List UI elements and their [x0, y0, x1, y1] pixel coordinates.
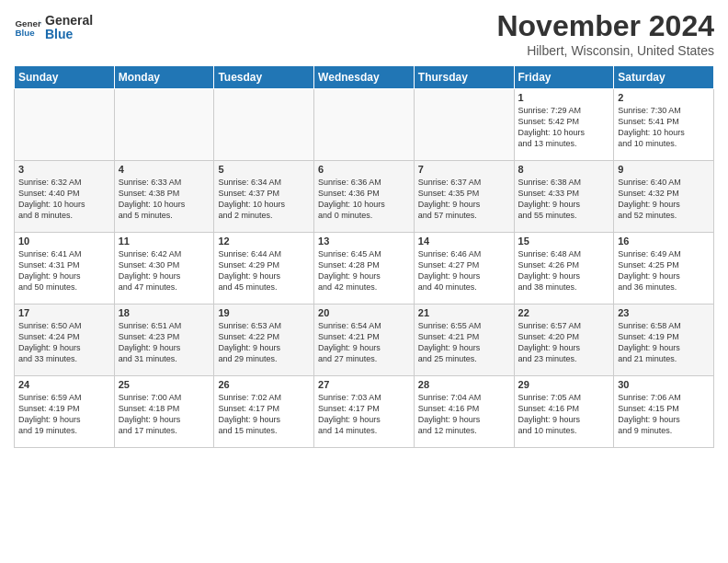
day-number: 4	[119, 164, 210, 175]
calendar-week-row: 17Sunrise: 6:50 AM Sunset: 4:24 PM Dayli…	[15, 304, 714, 376]
day-number: 27	[318, 379, 410, 390]
calendar-week-row: 3Sunrise: 6:32 AM Sunset: 4:40 PM Daylig…	[15, 161, 714, 233]
calendar-cell: 20Sunrise: 6:54 AM Sunset: 4:21 PM Dayli…	[314, 304, 415, 376]
calendar-cell: 11Sunrise: 6:42 AM Sunset: 4:30 PM Dayli…	[114, 233, 214, 304]
header: General Blue General Blue November 2024 …	[14, 9, 714, 58]
day-number: 8	[518, 164, 610, 175]
weekday-header-tuesday: Tuesday	[214, 66, 314, 89]
day-number: 24	[18, 379, 110, 390]
day-info: Sunrise: 7:06 AM Sunset: 4:15 PM Dayligh…	[618, 392, 710, 437]
calendar-cell	[15, 89, 115, 161]
day-info: Sunrise: 7:00 AM Sunset: 4:18 PM Dayligh…	[119, 392, 210, 437]
weekday-header-wednesday: Wednesday	[314, 66, 415, 89]
day-number: 25	[119, 379, 210, 390]
day-info: Sunrise: 6:49 AM Sunset: 4:25 PM Dayligh…	[618, 248, 710, 293]
day-info: Sunrise: 7:05 AM Sunset: 4:16 PM Dayligh…	[518, 392, 610, 437]
calendar-cell: 21Sunrise: 6:55 AM Sunset: 4:21 PM Dayli…	[414, 304, 514, 376]
day-info: Sunrise: 6:51 AM Sunset: 4:23 PM Dayligh…	[119, 320, 210, 365]
weekday-header-friday: Friday	[514, 66, 614, 89]
calendar-cell: 5Sunrise: 6:34 AM Sunset: 4:37 PM Daylig…	[214, 161, 314, 233]
day-number: 3	[18, 164, 110, 175]
calendar-cell	[414, 89, 514, 161]
day-info: Sunrise: 6:57 AM Sunset: 4:20 PM Dayligh…	[518, 320, 610, 365]
calendar-cell: 15Sunrise: 6:48 AM Sunset: 4:26 PM Dayli…	[514, 233, 614, 304]
calendar-cell: 4Sunrise: 6:33 AM Sunset: 4:38 PM Daylig…	[114, 161, 214, 233]
day-info: Sunrise: 6:40 AM Sunset: 4:32 PM Dayligh…	[618, 177, 710, 222]
calendar-cell: 25Sunrise: 7:00 AM Sunset: 4:18 PM Dayli…	[114, 376, 214, 448]
weekday-header-saturday: Saturday	[614, 66, 714, 89]
calendar-cell: 17Sunrise: 6:50 AM Sunset: 4:24 PM Dayli…	[15, 304, 115, 376]
calendar-week-row: 24Sunrise: 6:59 AM Sunset: 4:19 PM Dayli…	[15, 376, 714, 448]
day-info: Sunrise: 6:48 AM Sunset: 4:26 PM Dayligh…	[518, 248, 610, 293]
calendar-cell: 22Sunrise: 6:57 AM Sunset: 4:20 PM Dayli…	[514, 304, 614, 376]
calendar-cell: 30Sunrise: 7:06 AM Sunset: 4:15 PM Dayli…	[614, 376, 714, 448]
calendar-cell: 14Sunrise: 6:46 AM Sunset: 4:27 PM Dayli…	[414, 233, 514, 304]
day-number: 20	[318, 307, 410, 318]
calendar-cell	[214, 89, 314, 161]
day-number: 30	[618, 379, 710, 390]
svg-text:General: General	[16, 18, 42, 29]
day-info: Sunrise: 6:41 AM Sunset: 4:31 PM Dayligh…	[18, 248, 110, 293]
day-info: Sunrise: 6:55 AM Sunset: 4:21 PM Dayligh…	[418, 320, 510, 365]
day-number: 11	[119, 236, 210, 247]
svg-text:Blue: Blue	[16, 28, 36, 38]
day-info: Sunrise: 7:30 AM Sunset: 5:41 PM Dayligh…	[618, 105, 710, 150]
calendar-cell: 28Sunrise: 7:04 AM Sunset: 4:16 PM Dayli…	[414, 376, 514, 448]
logo-text-general: General	[45, 14, 93, 28]
day-number: 28	[418, 379, 510, 390]
day-number: 21	[418, 307, 510, 318]
title-block: November 2024 Hilbert, Wisconsin, United…	[496, 9, 714, 58]
day-info: Sunrise: 6:38 AM Sunset: 4:33 PM Dayligh…	[518, 177, 610, 222]
day-info: Sunrise: 6:45 AM Sunset: 4:28 PM Dayligh…	[318, 248, 410, 293]
day-number: 29	[518, 379, 610, 390]
day-number: 10	[18, 236, 110, 247]
day-info: Sunrise: 6:53 AM Sunset: 4:22 PM Dayligh…	[218, 320, 310, 365]
day-info: Sunrise: 7:04 AM Sunset: 4:16 PM Dayligh…	[418, 392, 510, 437]
calendar-cell: 19Sunrise: 6:53 AM Sunset: 4:22 PM Dayli…	[214, 304, 314, 376]
calendar-week-row: 1Sunrise: 7:29 AM Sunset: 5:42 PM Daylig…	[15, 89, 714, 161]
calendar-cell: 23Sunrise: 6:58 AM Sunset: 4:19 PM Dayli…	[614, 304, 714, 376]
day-info: Sunrise: 7:29 AM Sunset: 5:42 PM Dayligh…	[518, 105, 610, 150]
calendar-cell: 6Sunrise: 6:36 AM Sunset: 4:36 PM Daylig…	[314, 161, 415, 233]
weekday-header-sunday: Sunday	[15, 66, 115, 89]
day-number: 14	[418, 236, 510, 247]
calendar-cell: 13Sunrise: 6:45 AM Sunset: 4:28 PM Dayli…	[314, 233, 415, 304]
day-number: 5	[218, 164, 310, 175]
day-info: Sunrise: 7:03 AM Sunset: 4:17 PM Dayligh…	[318, 392, 410, 437]
day-info: Sunrise: 7:02 AM Sunset: 4:17 PM Dayligh…	[218, 392, 310, 437]
day-number: 17	[18, 307, 110, 318]
day-info: Sunrise: 6:34 AM Sunset: 4:37 PM Dayligh…	[218, 177, 310, 222]
day-number: 23	[618, 307, 710, 318]
day-number: 26	[218, 379, 310, 390]
calendar-cell: 29Sunrise: 7:05 AM Sunset: 4:16 PM Dayli…	[514, 376, 614, 448]
weekday-header-monday: Monday	[114, 66, 214, 89]
calendar-cell	[314, 89, 415, 161]
month-title: November 2024	[496, 9, 714, 43]
calendar-cell: 3Sunrise: 6:32 AM Sunset: 4:40 PM Daylig…	[15, 161, 115, 233]
calendar-cell: 9Sunrise: 6:40 AM Sunset: 4:32 PM Daylig…	[614, 161, 714, 233]
day-number: 6	[318, 164, 410, 175]
day-number: 7	[418, 164, 510, 175]
weekday-header-thursday: Thursday	[414, 66, 514, 89]
calendar-cell: 12Sunrise: 6:44 AM Sunset: 4:29 PM Dayli…	[214, 233, 314, 304]
day-number: 12	[218, 236, 310, 247]
day-info: Sunrise: 6:42 AM Sunset: 4:30 PM Dayligh…	[119, 248, 210, 293]
calendar-cell	[114, 89, 214, 161]
day-info: Sunrise: 6:37 AM Sunset: 4:35 PM Dayligh…	[418, 177, 510, 222]
calendar-cell: 27Sunrise: 7:03 AM Sunset: 4:17 PM Dayli…	[314, 376, 415, 448]
day-info: Sunrise: 6:36 AM Sunset: 4:36 PM Dayligh…	[318, 177, 410, 222]
day-number: 1	[518, 92, 610, 103]
day-number: 15	[518, 236, 610, 247]
logo-text-blue: Blue	[45, 28, 93, 41]
page-container: General Blue General Blue November 2024 …	[0, 0, 728, 457]
weekday-header-row: SundayMondayTuesdayWednesdayThursdayFrid…	[15, 66, 714, 89]
day-number: 16	[618, 236, 710, 247]
calendar-cell: 1Sunrise: 7:29 AM Sunset: 5:42 PM Daylig…	[514, 89, 614, 161]
day-number: 18	[119, 307, 210, 318]
day-info: Sunrise: 6:44 AM Sunset: 4:29 PM Dayligh…	[218, 248, 310, 293]
calendar-cell: 26Sunrise: 7:02 AM Sunset: 4:17 PM Dayli…	[214, 376, 314, 448]
day-number: 2	[618, 92, 710, 103]
logo-icon: General Blue	[14, 14, 41, 41]
day-number: 22	[518, 307, 610, 318]
calendar-week-row: 10Sunrise: 6:41 AM Sunset: 4:31 PM Dayli…	[15, 233, 714, 304]
